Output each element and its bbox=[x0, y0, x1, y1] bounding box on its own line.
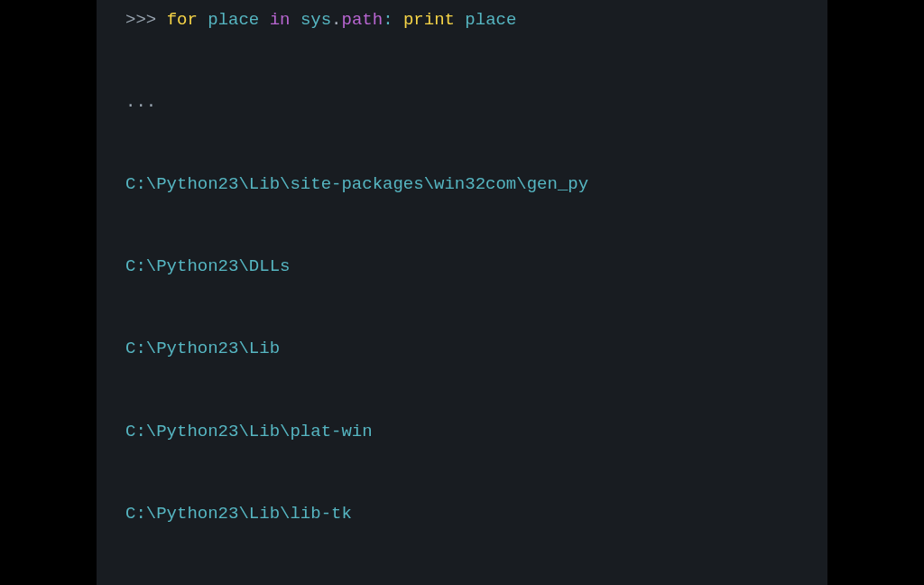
code-area: >>> import sys >>> for place in sys.path… bbox=[125, 0, 799, 585]
attribute-name: path bbox=[342, 10, 383, 30]
keyword-for: for bbox=[167, 10, 198, 30]
variable-name: place bbox=[208, 10, 259, 30]
code-line: >>> for place in sys.path: print place bbox=[125, 6, 799, 33]
continuation-line: ... bbox=[125, 88, 799, 116]
continuation-dots: ... bbox=[125, 92, 156, 112]
keyword-print: print bbox=[403, 10, 455, 30]
output-path: C:\Python23\Lib\lib-tk bbox=[125, 500, 799, 527]
colon: : bbox=[383, 10, 403, 30]
output-path: C:\Python23\Lib\site-packages\win32com\g… bbox=[125, 171, 799, 198]
terminal-window: >>> import sys >>> for place in sys.path… bbox=[97, 0, 827, 585]
prompt-symbol: >>> bbox=[125, 10, 156, 30]
output-path: C:\Python23\Lib\plat-win bbox=[125, 418, 799, 445]
output-path: C:\Python23\Lib bbox=[125, 335, 799, 362]
dot-operator: . bbox=[331, 10, 341, 30]
keyword-in: in bbox=[270, 10, 291, 30]
output-path: C:\Python23\DLLs bbox=[125, 253, 799, 280]
print-arg: place bbox=[465, 10, 516, 30]
object-name: sys bbox=[300, 10, 331, 30]
